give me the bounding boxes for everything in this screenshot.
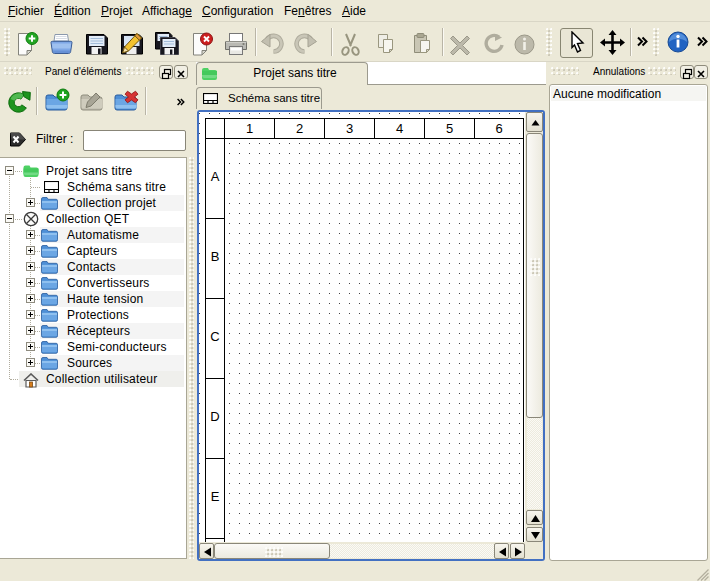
svg-text:1: 1 — [246, 121, 253, 136]
svg-text:E: E — [211, 489, 220, 504]
svg-text:3: 3 — [346, 121, 353, 136]
svg-text:A: A — [211, 169, 220, 184]
svg-text:6: 6 — [495, 121, 502, 136]
svg-text:2: 2 — [296, 121, 303, 136]
svg-text:4: 4 — [396, 121, 403, 136]
svg-text:C: C — [210, 329, 219, 344]
svg-text:D: D — [210, 409, 219, 424]
svg-text:5: 5 — [446, 121, 453, 136]
svg-text:B: B — [211, 249, 220, 264]
